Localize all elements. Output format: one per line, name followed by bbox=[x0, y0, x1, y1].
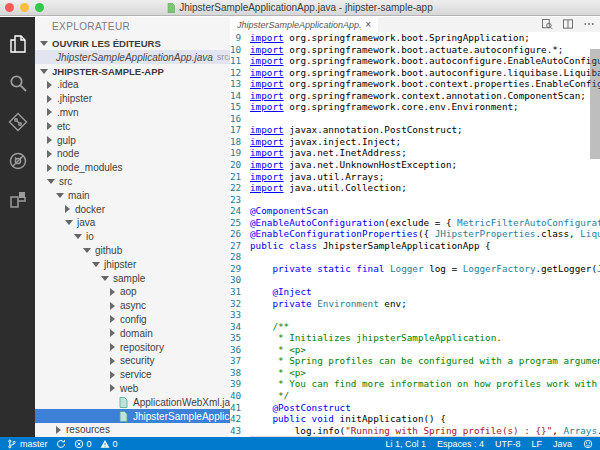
code-line-31[interactable]: 31 @Inject bbox=[230, 286, 600, 298]
tree-item-label: main bbox=[68, 190, 90, 201]
line-number: 23 bbox=[230, 194, 250, 206]
cursor-position[interactable]: Li 1, Col 1 bbox=[385, 439, 426, 449]
tree-folder-node[interactable]: node bbox=[35, 147, 230, 161]
code-line-29[interactable]: 29 private static final Logger log = Log… bbox=[230, 263, 600, 275]
tree-folder--jhipster[interactable]: .jhipster bbox=[35, 92, 230, 106]
tree-folder-async[interactable]: async bbox=[35, 299, 230, 313]
code-line-17[interactable]: 17import javax.annotation.PostConstruct; bbox=[230, 124, 600, 136]
code-line-13[interactable]: 13import org.springframework.boot.contex… bbox=[230, 78, 600, 90]
code-line-19[interactable]: 19import java.net.InetAddress; bbox=[230, 147, 600, 159]
code-line-41[interactable]: 41 @PostConstruct bbox=[230, 402, 600, 414]
tree-folder-gulp[interactable]: gulp bbox=[35, 133, 230, 147]
open-editors-header[interactable]: OUVRIR LES ÉDITEURS bbox=[35, 36, 230, 50]
tree-folder-domain[interactable]: domain bbox=[35, 326, 230, 340]
editor-scrollbar[interactable] bbox=[590, 49, 600, 159]
code-line-12[interactable]: 12import org.springframework.boot.autoco… bbox=[230, 67, 600, 79]
tree-folder-service[interactable]: service bbox=[35, 368, 230, 382]
warning-count[interactable]: 0 bbox=[100, 439, 118, 449]
activity-search-button[interactable] bbox=[0, 65, 35, 104]
code-line-35[interactable]: 35 * Initializes jhipsterSampleApplicati… bbox=[230, 332, 600, 344]
code-line-18[interactable]: 18import javax.inject.Inject; bbox=[230, 136, 600, 148]
tree-folder--idea[interactable]: .idea bbox=[35, 78, 230, 92]
code-editor[interactable]: 9import org.springframework.boot.SpringA… bbox=[230, 32, 600, 437]
code-line-38[interactable]: 38 * <p> bbox=[230, 367, 600, 379]
tree-file-applicationwebxml-java[interactable]: ApplicationWebXml.java bbox=[35, 395, 230, 409]
code-line-37[interactable]: 37 * Spring profiles can be configured w… bbox=[230, 355, 600, 367]
tree-folder-etc[interactable]: etc bbox=[35, 119, 230, 133]
line-number: 26 bbox=[230, 228, 250, 240]
tree-folder-sample[interactable]: sample bbox=[35, 271, 230, 285]
tree-folder-java[interactable]: java bbox=[35, 216, 230, 230]
code-line-22[interactable]: 22import java.util.Collection; bbox=[230, 182, 600, 194]
code-line-28[interactable]: 28 bbox=[230, 251, 600, 263]
explorer-sidebar: EXPLORATEUR OUVRIR LES ÉDITEURS Jhipster… bbox=[35, 17, 230, 437]
tree-folder-web[interactable]: web bbox=[35, 382, 230, 396]
tree-folder-io[interactable]: io bbox=[35, 230, 230, 244]
tree-folder-resources[interactable]: resources bbox=[35, 423, 230, 437]
eol-setting[interactable]: LF bbox=[531, 439, 542, 449]
sync-button[interactable] bbox=[56, 439, 66, 449]
sync-icon bbox=[56, 439, 66, 449]
open-editor-item[interactable]: JhipsterSampleApplicationApp.java src/m.… bbox=[35, 50, 230, 64]
code-line-16[interactable]: 16 bbox=[230, 113, 600, 125]
code-line-27[interactable]: 27public class JhipsterSampleApplication… bbox=[230, 240, 600, 252]
tree-folder-repository[interactable]: repository bbox=[35, 340, 230, 354]
chevron-right-icon bbox=[47, 95, 52, 103]
tree-folder-config[interactable]: config bbox=[35, 313, 230, 327]
code-line-34[interactable]: 34 /** bbox=[230, 321, 600, 333]
code-line-text: public class JhipsterSampleApplicationAp… bbox=[250, 240, 600, 252]
code-line-21[interactable]: 21import java.util.Arrays; bbox=[230, 171, 600, 183]
close-icon[interactable]: × bbox=[365, 19, 371, 30]
activity-bar bbox=[0, 17, 35, 437]
code-line-23[interactable]: 23 bbox=[230, 194, 600, 206]
code-line-26[interactable]: 26@EnableConfigurationProperties({ JHips… bbox=[230, 228, 600, 240]
tab-jhipstersampleapplicationapp[interactable]: JhipsterSampleApplicationApp.java × bbox=[230, 17, 378, 32]
code-line-24[interactable]: 24@ComponentScan bbox=[230, 205, 600, 217]
tree-folder-docker[interactable]: docker bbox=[35, 202, 230, 216]
tree-file-jhipstersampleapplicationapp-java[interactable]: JhipsterSampleApplicationApp.java bbox=[35, 409, 230, 423]
line-number: 22 bbox=[230, 182, 250, 194]
tree-folder-github[interactable]: github bbox=[35, 244, 230, 258]
code-line-33[interactable]: 33 bbox=[230, 309, 600, 321]
encoding-setting[interactable]: UTF-8 bbox=[495, 439, 521, 449]
code-line-text: import org.springframework.boot.context.… bbox=[250, 78, 600, 90]
line-number: 37 bbox=[230, 355, 250, 367]
code-line-30[interactable]: 30 bbox=[230, 274, 600, 286]
activity-extensions-button[interactable] bbox=[0, 182, 35, 221]
code-line-15[interactable]: 15import org.springframework.core.env.En… bbox=[230, 101, 600, 113]
activity-source-control-button[interactable] bbox=[0, 104, 35, 143]
tree-folder-src[interactable]: src bbox=[35, 175, 230, 189]
code-line-39[interactable]: 39 * You can find more information on ho… bbox=[230, 378, 600, 390]
code-line-40[interactable]: 40 */ bbox=[230, 390, 600, 402]
indentation-setting[interactable]: Espaces : 4 bbox=[437, 439, 484, 449]
tree-folder-aop[interactable]: aop bbox=[35, 285, 230, 299]
line-number: 31 bbox=[230, 286, 250, 298]
code-line-42[interactable]: 42 public void initApplication() { bbox=[230, 413, 600, 425]
tree-item-label: config bbox=[120, 314, 147, 325]
language-mode[interactable]: Java bbox=[553, 439, 572, 449]
code-line-36[interactable]: 36 * <p> bbox=[230, 344, 600, 356]
tree-folder-main[interactable]: main bbox=[35, 188, 230, 202]
tree-folder-security[interactable]: security bbox=[35, 354, 230, 368]
code-line-9[interactable]: 9import org.springframework.boot.SpringA… bbox=[230, 32, 600, 44]
chevron-right-icon bbox=[56, 426, 61, 434]
code-line-32[interactable]: 32 private Environment env; bbox=[230, 298, 600, 310]
code-line-14[interactable]: 14import org.springframework.context.ann… bbox=[230, 90, 600, 102]
code-line-43[interactable]: 43 log.info("Running with Spring profile… bbox=[230, 425, 600, 437]
code-line-11[interactable]: 11import org.springframework.boot.autoco… bbox=[230, 55, 600, 67]
project-header[interactable]: JHIPSTER-SAMPLE-APP bbox=[35, 64, 230, 78]
activity-explorer-button[interactable] bbox=[0, 26, 35, 65]
activity-debug-button[interactable] bbox=[0, 143, 35, 182]
code-line-10[interactable]: 10import org.springframework.boot.actuat… bbox=[230, 44, 600, 56]
error-count[interactable]: 0 bbox=[74, 439, 92, 449]
tree-item-label: JhipsterSampleApplicationApp.java bbox=[133, 411, 230, 422]
code-line-text bbox=[250, 251, 600, 263]
tree-folder-node-modules[interactable]: node_modules bbox=[35, 161, 230, 175]
feedback-smiley-button[interactable] bbox=[583, 439, 593, 449]
code-line-25[interactable]: 25@EnableAutoConfiguration(exclude = { M… bbox=[230, 217, 600, 229]
git-branch-indicator[interactable]: master bbox=[7, 439, 48, 449]
tree-folder--mvn[interactable]: .mvn bbox=[35, 106, 230, 120]
code-line-20[interactable]: 20import java.net.UnknownHostException; bbox=[230, 159, 600, 171]
tree-item-label: service bbox=[120, 369, 152, 380]
tree-folder-jhipster[interactable]: jhipster bbox=[35, 257, 230, 271]
